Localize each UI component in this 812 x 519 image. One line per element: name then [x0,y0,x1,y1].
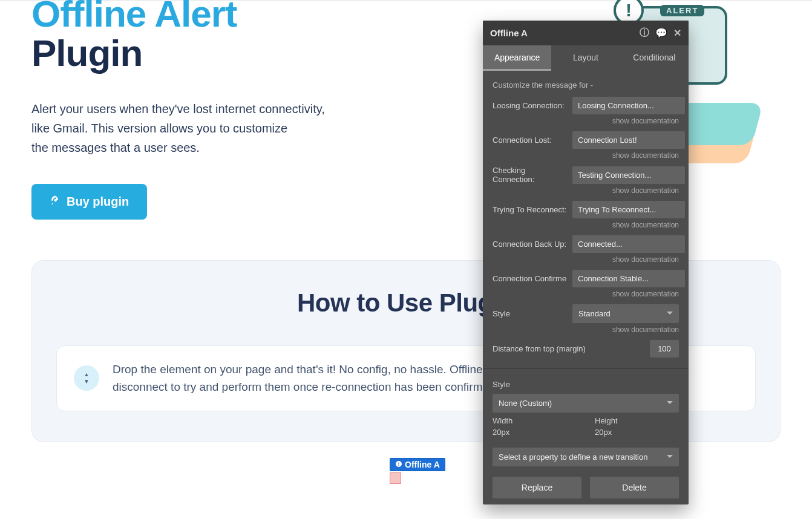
input-checking[interactable] [572,166,685,184]
rocket-icon [50,195,61,209]
value-width: 20px [493,428,577,437]
replace-button[interactable]: Replace [493,477,581,498]
close-icon[interactable]: ✕ [673,27,681,39]
selected-element-tag[interactable]: Offline A [390,458,445,471]
input-margin[interactable] [650,340,679,357]
label-margin: Distance from top (margin) [493,344,650,353]
input-confirme[interactable] [572,270,685,287]
label-height: Height [595,416,679,425]
doc-link-checking[interactable]: show documentation [493,186,679,195]
label-lost: Connection Lost: [493,135,568,145]
buy-plugin-button[interactable]: Buy plugin [31,184,147,220]
page-title: Offline Alert Plugin [31,0,395,73]
how-to-text: Drop the element on your page and that's… [113,361,519,396]
label-checking: Checking Connection: [493,166,568,184]
doc-link-reconnect[interactable]: show documentation [493,221,679,229]
select-style[interactable]: Standard [572,304,679,323]
info-icon[interactable]: ⓘ [640,27,649,39]
select-style2[interactable]: None (Custom) [493,394,679,413]
buy-plugin-label: Buy plugin [67,195,129,209]
label-confirme: Connection Confirme [493,274,568,283]
tab-conditional[interactable]: Conditional [620,45,689,71]
inspector-panel: Offline A ⓘ 💬 ✕ Appearance Layout Condit… [483,21,689,504]
panel-title: Offline A [490,28,528,38]
doc-link-confirme[interactable]: show documentation [493,290,679,298]
label-width: Width [493,416,577,425]
page-subtitle: Alert your users when they've lost inter… [31,99,395,157]
input-backup[interactable] [572,235,685,253]
doc-link-loosing[interactable]: show documentation [493,117,679,125]
input-reconnect[interactable] [572,201,685,218]
label-backup: Connection Back Up: [493,240,568,249]
label-style2: Style [493,380,679,389]
tab-layout[interactable]: Layout [551,45,620,71]
delete-button[interactable]: Delete [590,477,679,498]
label-reconnect: Trying To Reconnect: [493,205,568,214]
doc-link-backup[interactable]: show documentation [493,255,679,264]
label-loosing: Loosing Connection: [493,101,568,110]
input-lost[interactable] [572,131,685,149]
value-height: 20px [595,428,679,437]
step-badge: ▲ ▼ [74,365,99,391]
doc-link-style[interactable]: show documentation [493,325,679,334]
select-transition[interactable]: Select a property to define a new transi… [493,448,679,466]
selected-element-box[interactable] [390,472,401,484]
doc-link-lost[interactable]: show documentation [493,151,679,160]
alert-icon [395,460,402,469]
input-loosing[interactable] [572,97,685,114]
tab-appearance[interactable]: Appearance [483,45,551,71]
comment-icon[interactable]: 💬 [655,27,667,39]
label-style: Style [493,309,568,318]
section-caption: Customize the message for - [493,80,679,90]
